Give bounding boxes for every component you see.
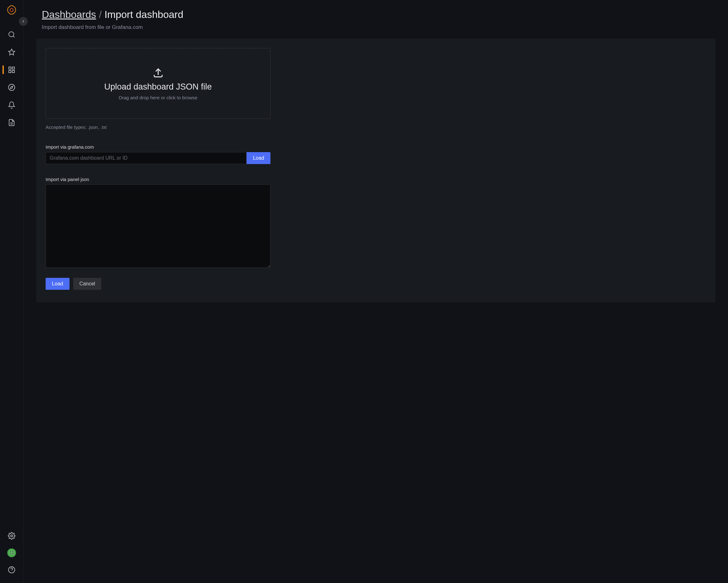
help-icon [8,566,16,574]
panel-json-textarea[interactable] [46,185,270,268]
apps-icon [8,66,16,74]
file-icon [8,119,16,126]
compass-icon [8,84,16,91]
import-panel: Upload dashboard JSON file Drag and drop… [36,39,716,302]
sidebar-item-alerting[interactable] [0,96,23,114]
load-url-button[interactable]: Load [246,152,270,164]
main-content: Dashboards / Import dashboard Import das… [24,0,728,583]
grafana-icon [7,5,16,15]
svg-rect-13 [10,551,11,553]
breadcrumb-separator: / [99,9,104,20]
dropzone-hint: Drag and drop here or click to browse [119,95,197,100]
gear-icon [8,532,16,539]
svg-point-12 [11,535,12,537]
search-icon [8,31,16,38]
grafana-url-input[interactable] [46,152,246,164]
import-url-label: Import via grafana.com [46,144,270,149]
sidebar-item-dashboards[interactable] [0,61,23,79]
svg-rect-7 [9,71,11,73]
breadcrumb-root-link[interactable]: Dashboards [42,9,96,20]
accepted-file-types: Accepted file types: .json, .txt [46,124,706,130]
sidebar-item-help[interactable] [0,561,23,579]
sidebar-item-starred[interactable] [0,44,23,61]
svg-rect-16 [12,553,13,554]
sidebar-item-explore[interactable] [0,79,23,96]
sidebar-item-search[interactable] [0,26,23,44]
upload-icon [152,67,164,79]
cancel-button[interactable]: Cancel [73,278,102,290]
page-header: Dashboards / Import dashboard Import das… [42,9,716,30]
dropzone-title: Upload dashboard JSON file [104,82,212,92]
svg-point-8 [8,84,15,90]
svg-rect-6 [12,71,15,73]
svg-rect-5 [12,67,15,69]
chevron-right-icon [21,19,25,24]
import-json-label: Import via panel json [46,177,270,182]
svg-rect-15 [10,553,11,554]
svg-rect-14 [12,551,13,553]
sidebar-item-user[interactable] [0,546,23,560]
grafana-logo[interactable] [5,4,18,16]
sidebar-item-connections[interactable] [0,114,23,131]
svg-rect-4 [9,67,11,69]
bell-icon [8,101,16,109]
star-icon [8,48,16,56]
svg-marker-3 [8,49,15,55]
load-button[interactable]: Load [46,278,70,290]
upload-dropzone[interactable]: Upload dashboard JSON file Drag and drop… [46,48,270,119]
breadcrumb: Dashboards / Import dashboard [42,9,716,21]
svg-point-1 [9,32,14,37]
breadcrumb-current: Import dashboard [104,9,183,20]
expand-sidebar-button[interactable] [19,17,28,26]
svg-line-2 [13,36,15,37]
avatar-icon [9,550,14,555]
page-subtitle: Import dashboard from file or Grafana.co… [42,24,716,30]
sidebar [0,0,24,583]
avatar [7,549,16,557]
sidebar-item-settings[interactable] [0,527,23,545]
svg-marker-9 [10,86,13,89]
svg-point-0 [10,8,13,11]
